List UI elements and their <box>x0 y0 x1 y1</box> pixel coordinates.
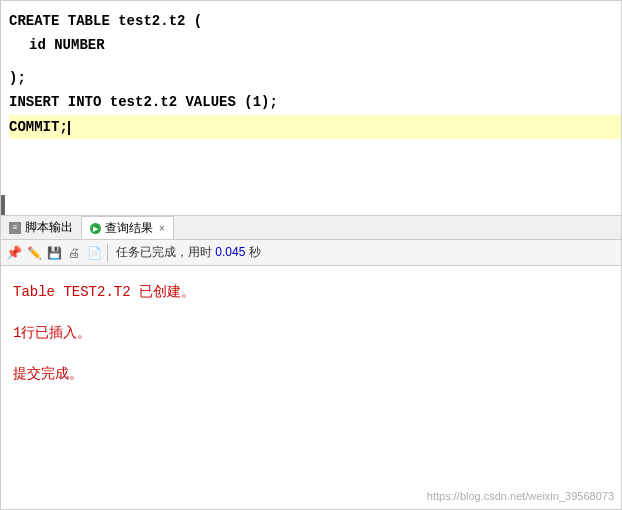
time-unit: 秒 <box>245 245 260 259</box>
watermark: https://blog.csdn.net/weixin_39568073 <box>427 490 614 502</box>
toolbar: 📌 ✏️ 💾 🖨 📄 任务已完成，用时 0.045 秒 <box>0 239 622 265</box>
output-panel: Table TEST2.T2 已创建。1行已插入。提交完成。 <box>0 265 622 510</box>
status-label: 任务已完成，用时 <box>116 245 215 259</box>
tabs-bar: ≡脚本输出▶查询结果× <box>0 215 622 239</box>
editor-line: ); <box>9 66 621 90</box>
editor-line: CREATE TABLE test2.t2 ( <box>9 9 621 33</box>
output-line: 1行已插入。 <box>13 323 609 344</box>
script-icon: ≡ <box>9 222 21 234</box>
save-icon[interactable]: 💾 <box>45 244 63 262</box>
output-line: Table TEST2.T2 已创建。 <box>13 282 609 303</box>
tab-tab1[interactable]: ≡脚本输出 <box>1 216 82 239</box>
tab-label: 脚本输出 <box>25 219 73 236</box>
pin-icon[interactable]: 📌 <box>5 244 23 262</box>
print-icon[interactable]: 🖨 <box>65 244 83 262</box>
left-indicator <box>1 195 5 215</box>
sql-editor[interactable]: CREATE TABLE test2.t2 (id NUMBER);INSERT… <box>0 0 622 215</box>
toolbar-status: 任务已完成，用时 0.045 秒 <box>116 244 261 261</box>
editor-content: CREATE TABLE test2.t2 (id NUMBER);INSERT… <box>1 1 621 147</box>
output-wrapper: Table TEST2.T2 已创建。1行已插入。提交完成。 https://b… <box>0 265 622 510</box>
query-run-icon: ▶ <box>90 223 101 234</box>
export-icon[interactable]: 📄 <box>85 244 103 262</box>
toolbar-divider <box>107 244 108 262</box>
editor-line: INSERT INTO test2.t2 VALUES (1); <box>9 90 621 114</box>
tab-tab2[interactable]: ▶查询结果× <box>82 216 174 239</box>
time-value: 0.045 <box>215 245 245 259</box>
output-line: 提交完成。 <box>13 364 609 385</box>
pencil-icon[interactable]: ✏️ <box>25 244 43 262</box>
tab-label: 查询结果 <box>105 220 153 237</box>
tab-close-btn[interactable]: × <box>159 223 165 234</box>
editor-line: id NUMBER <box>9 33 621 57</box>
